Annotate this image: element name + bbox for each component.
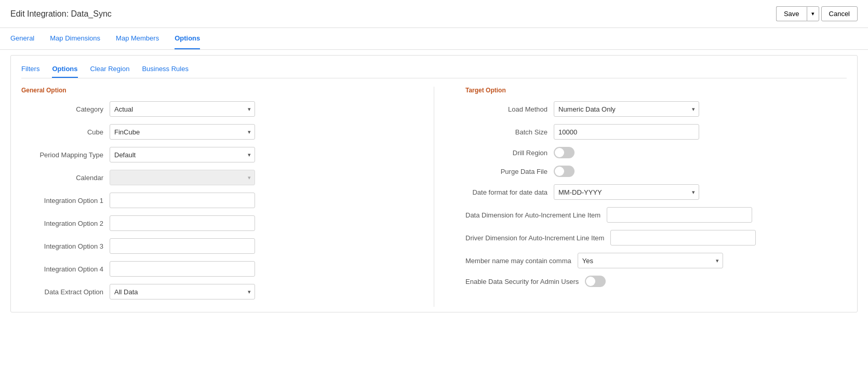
data-extract-option-control: All Data Changed Data — [110, 284, 255, 299]
cube-row: Cube FinCube — [21, 124, 403, 140]
purge-data-file-toggle[interactable] — [554, 166, 575, 177]
cube-label: Cube — [21, 128, 110, 136]
general-option-label: General Option — [21, 87, 403, 94]
data-dimension-auto-increment-input[interactable] — [607, 207, 752, 223]
drill-region-control — [554, 147, 699, 158]
inner-tab-clear-region[interactable]: Clear Region — [90, 61, 130, 78]
purge-data-file-slider — [554, 166, 575, 177]
tab-map-dimensions[interactable]: Map Dimensions — [50, 28, 100, 49]
enable-data-security-label: Enable Data Security for Admin Users — [465, 278, 585, 285]
tab-general[interactable]: General — [10, 28, 34, 49]
inner-tab-filters[interactable]: Filters — [21, 61, 39, 78]
period-mapping-type-row: Period Mapping Type Default — [21, 147, 403, 162]
integration-option-3-input[interactable] — [110, 238, 255, 254]
enable-data-security-control — [585, 276, 730, 287]
drill-region-label: Drill Region — [465, 149, 554, 157]
integration-option-4-control — [110, 261, 255, 277]
category-control: Actual Budget Forecast — [110, 101, 255, 117]
category-select[interactable]: Actual Budget Forecast — [110, 101, 255, 117]
calendar-control — [110, 170, 255, 185]
header-actions: Save ▾ Cancel — [776, 6, 858, 21]
top-tabs: General Map Dimensions Map Members Optio… — [0, 28, 868, 50]
general-option-section: General Option Category Actual Budget Fo… — [21, 87, 403, 307]
batch-size-control — [554, 124, 699, 140]
drill-region-row: Drill Region — [465, 147, 847, 158]
date-format-label: Date format for date data — [465, 188, 554, 196]
save-button[interactable]: Save — [776, 6, 807, 21]
target-option-label: Target Option — [465, 87, 847, 94]
member-name-comma-row: Member name may contain comma Yes No — [465, 253, 847, 268]
integration-option-3-control — [110, 238, 255, 254]
integration-option-1-row: Integration Option 1 — [21, 193, 403, 208]
period-mapping-type-control: Default — [110, 147, 255, 162]
calendar-row: Calendar — [21, 170, 403, 185]
integration-option-3-label: Integration Option 3 — [21, 242, 110, 250]
calendar-select[interactable] — [110, 170, 255, 185]
member-name-comma-control: Yes No — [578, 253, 723, 268]
driver-dimension-auto-increment-label: Driver Dimension for Auto-Increment Line… — [465, 234, 610, 242]
load-method-label: Load Method — [465, 105, 554, 113]
batch-size-label: Batch Size — [465, 128, 554, 136]
main-content: Filters Options Clear Region Business Ru… — [10, 55, 858, 312]
period-mapping-type-label: Period Mapping Type — [21, 151, 110, 159]
drill-region-slider — [554, 147, 575, 158]
data-extract-option-row: Data Extract Option All Data Changed Dat… — [21, 284, 403, 299]
calendar-label: Calendar — [21, 174, 110, 182]
page-header: Edit Integration: Data_Sync Save ▾ Cance… — [0, 0, 868, 28]
integration-option-2-input[interactable] — [110, 215, 255, 231]
cube-control: FinCube — [110, 124, 255, 140]
batch-size-input[interactable] — [554, 124, 699, 140]
category-label: Category — [21, 105, 110, 113]
integration-option-4-row: Integration Option 4 — [21, 261, 403, 277]
integration-option-1-label: Integration Option 1 — [21, 197, 110, 205]
inner-tabs: Filters Options Clear Region Business Ru… — [21, 61, 847, 78]
tab-options[interactable]: Options — [175, 28, 200, 49]
period-mapping-type-select[interactable]: Default — [110, 147, 255, 162]
enable-data-security-slider — [585, 276, 606, 287]
cube-select[interactable]: FinCube — [110, 124, 255, 140]
date-format-select[interactable]: MM-DD-YYYY DD-MM-YYYY YYYY-MM-DD — [554, 184, 699, 200]
batch-size-row: Batch Size — [465, 124, 847, 140]
member-name-comma-label: Member name may contain comma — [465, 257, 578, 265]
purge-data-file-label: Purge Data File — [465, 168, 554, 175]
member-name-comma-select[interactable]: Yes No — [578, 253, 723, 268]
purge-data-file-row: Purge Data File — [465, 166, 847, 177]
data-dimension-auto-increment-row: Data Dimension for Auto-Increment Line I… — [465, 207, 847, 223]
integration-option-1-input[interactable] — [110, 193, 255, 208]
purge-data-file-control — [554, 166, 699, 177]
load-method-select[interactable]: Numeric Data Only All Data Types — [554, 101, 699, 117]
integration-option-3-row: Integration Option 3 — [21, 238, 403, 254]
save-dropdown-button[interactable]: ▾ — [807, 6, 819, 21]
data-extract-option-select[interactable]: All Data Changed Data — [110, 284, 255, 299]
load-method-control: Numeric Data Only All Data Types — [554, 101, 699, 117]
date-format-row: Date format for date data MM-DD-YYYY DD-… — [465, 184, 847, 200]
integration-option-4-input[interactable] — [110, 261, 255, 277]
enable-data-security-toggle[interactable] — [585, 276, 606, 287]
data-dimension-auto-increment-control — [607, 207, 752, 223]
integration-option-2-control — [110, 215, 255, 231]
tab-map-members[interactable]: Map Members — [116, 28, 159, 49]
inner-tab-business-rules[interactable]: Business Rules — [142, 61, 189, 78]
driver-dimension-auto-increment-input[interactable] — [610, 230, 756, 246]
driver-dimension-auto-increment-row: Driver Dimension for Auto-Increment Line… — [465, 230, 847, 246]
integration-option-4-label: Integration Option 4 — [21, 265, 110, 273]
enable-data-security-row: Enable Data Security for Admin Users — [465, 276, 847, 287]
target-option-section: Target Option Load Method Numeric Data O… — [465, 87, 847, 307]
column-divider — [434, 87, 434, 307]
inner-tab-options[interactable]: Options — [52, 61, 77, 78]
page-title: Edit Integration: Data_Sync — [10, 9, 112, 19]
integration-option-2-label: Integration Option 2 — [21, 220, 110, 227]
load-method-row: Load Method Numeric Data Only All Data T… — [465, 101, 847, 117]
data-dimension-auto-increment-label: Data Dimension for Auto-Increment Line I… — [465, 211, 607, 219]
two-column-layout: General Option Category Actual Budget Fo… — [21, 87, 847, 307]
category-row: Category Actual Budget Forecast — [21, 101, 403, 117]
drill-region-toggle[interactable] — [554, 147, 575, 158]
integration-option-2-row: Integration Option 2 — [21, 215, 403, 231]
data-extract-option-label: Data Extract Option — [21, 288, 110, 296]
integration-option-1-control — [110, 193, 255, 208]
date-format-control: MM-DD-YYYY DD-MM-YYYY YYYY-MM-DD — [554, 184, 699, 200]
cancel-button[interactable]: Cancel — [821, 6, 858, 21]
driver-dimension-auto-increment-control — [610, 230, 756, 246]
